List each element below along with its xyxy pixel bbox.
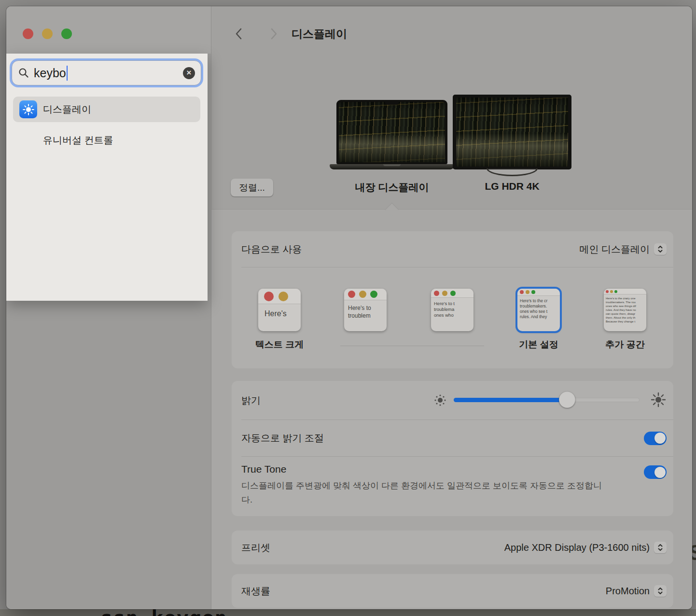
mini-close-icon — [264, 292, 274, 301]
display-settings-pane: 디스플레이 정렬... 내장 디스플레이 LG HDR 4K — [211, 6, 692, 609]
toggle-knob — [654, 467, 666, 478]
builtin-display-thumbnail[interactable] — [336, 100, 447, 164]
use-as-select[interactable]: 메인 디스플레이 — [579, 243, 667, 256]
builtin-display-label: 내장 디스플레이 — [329, 181, 455, 194]
scaling-label-default: 기본 설정 — [496, 338, 581, 351]
scaling-options: Here's Here's to troublem — [232, 267, 673, 368]
mini-window-titlebar — [431, 289, 473, 298]
chevron-up-down-icon — [654, 585, 667, 597]
mini-close-icon — [434, 291, 439, 296]
mini-window-titlebar — [258, 289, 301, 304]
zoom-window-button[interactable] — [61, 28, 72, 39]
arrange-displays-button[interactable]: 정렬... — [231, 179, 273, 196]
refresh-rate-label: 재생률 — [241, 585, 270, 598]
preset-select[interactable]: Apple XDR Display (P3-1600 nits) — [504, 542, 667, 553]
system-settings-window: keybo × 디스플레 — [6, 6, 692, 609]
monitor-frame — [453, 95, 571, 169]
preset-card: 프리셋 Apple XDR Display (P3-1600 nits) — [232, 531, 673, 564]
slider-knob[interactable] — [559, 392, 575, 408]
scaling-option-larger-text[interactable]: Here's — [258, 289, 301, 331]
mini-window-titlebar — [604, 289, 646, 294]
monitor-stand — [487, 168, 538, 176]
display-brightness-icon — [19, 100, 37, 118]
search-value: keybo — [34, 66, 66, 80]
scaling-connector-line — [340, 346, 484, 346]
page-title: 디스플레이 — [292, 27, 347, 42]
search-result-label: 유니버설 컨트롤 — [43, 134, 113, 147]
minimize-window-button[interactable] — [42, 28, 53, 39]
mini-close-icon — [520, 290, 524, 294]
brightness-card: 밝기 — [232, 381, 673, 516]
wallpaper-preview — [339, 102, 445, 162]
toggle-knob — [654, 433, 666, 444]
search-input[interactable]: keybo × — [12, 60, 201, 85]
selected-display-pointer — [385, 203, 399, 216]
wallpaper-preview — [456, 98, 568, 167]
slider-fill — [454, 398, 567, 402]
scaling-option-3[interactable]: Here's to t troublema ones who — [431, 289, 473, 331]
scaling-option-default[interactable]: Here's to the cr troublemakers. ones who… — [517, 289, 560, 331]
sidebar-titlebar — [6, 6, 211, 54]
auto-brightness-toggle[interactable] — [644, 432, 667, 445]
scaling-label-larger-text: 텍스트 크게 — [237, 338, 322, 351]
brightness-label: 밝기 — [241, 394, 261, 407]
laptop-base — [330, 164, 454, 169]
true-tone-description: 디스플레이를 주변광에 맞춰 색상이 다른 환경에서도 일관적으로 보이도록 자… — [241, 479, 608, 507]
mini-zoom-icon — [531, 290, 535, 294]
laptop-screen — [336, 100, 447, 164]
text-cursor — [67, 66, 68, 81]
mini-minimize-icon — [526, 290, 529, 294]
mini-window-titlebar — [344, 289, 387, 300]
refresh-rate-card: 재생률 ProMotion — [232, 574, 673, 608]
mini-close-icon — [348, 291, 355, 298]
close-window-button[interactable] — [23, 28, 33, 39]
mini-zoom-icon — [614, 290, 617, 293]
search-result-universal-control[interactable]: 유니버설 컨트롤 — [13, 127, 200, 153]
search-icon — [18, 67, 29, 79]
mini-minimize-icon — [278, 292, 288, 301]
external-display-thumbnail[interactable] — [453, 95, 571, 169]
auto-brightness-label: 자동으로 밝기 조절 — [241, 432, 324, 445]
mini-minimize-icon — [442, 291, 447, 296]
brightness-low-icon — [433, 393, 447, 407]
use-as-label: 다음으로 사용 — [241, 243, 302, 256]
mini-window-titlebar — [517, 289, 560, 296]
external-display-label: LG HDR 4K — [449, 181, 575, 192]
mini-close-icon — [606, 290, 609, 293]
search-result-label: 디스플레이 — [43, 103, 91, 116]
chevron-up-down-icon — [654, 542, 667, 553]
scaling-label-more-space: 추가 공간 — [583, 338, 668, 351]
search-result-display[interactable]: 디스플레이 — [13, 97, 200, 122]
mini-zoom-icon — [370, 291, 377, 298]
clear-search-icon[interactable]: × — [183, 67, 195, 79]
laptop-notch — [385, 102, 399, 105]
forward-button[interactable] — [268, 28, 279, 40]
true-tone-toggle[interactable] — [644, 465, 667, 479]
chevron-up-down-icon — [654, 243, 667, 255]
sidebar: keybo × 디스플레 — [6, 6, 211, 609]
brightness-high-icon — [651, 392, 666, 407]
true-tone-label: True Tone — [241, 463, 667, 475]
display-controls-section: 다음으로 사용 메인 디스플레이 — [211, 209, 692, 609]
brightness-slider — [430, 381, 666, 420]
search-results-panel: keybo × 디스플레 — [6, 54, 208, 301]
resolution-card: 다음으로 사용 메인 디스플레이 — [232, 231, 673, 368]
mini-minimize-icon — [359, 291, 366, 298]
mini-minimize-icon — [610, 290, 613, 293]
back-button[interactable] — [233, 28, 245, 40]
mini-zoom-icon — [450, 291, 456, 296]
scaling-option-2[interactable]: Here's to troublem — [344, 289, 387, 331]
preset-label: 프리셋 — [241, 541, 270, 554]
scaling-option-more-space[interactable]: Here's to the crazy one troublemakers. T… — [604, 289, 646, 331]
refresh-rate-select[interactable]: ProMotion — [606, 585, 667, 597]
slider-track[interactable] — [454, 398, 640, 402]
